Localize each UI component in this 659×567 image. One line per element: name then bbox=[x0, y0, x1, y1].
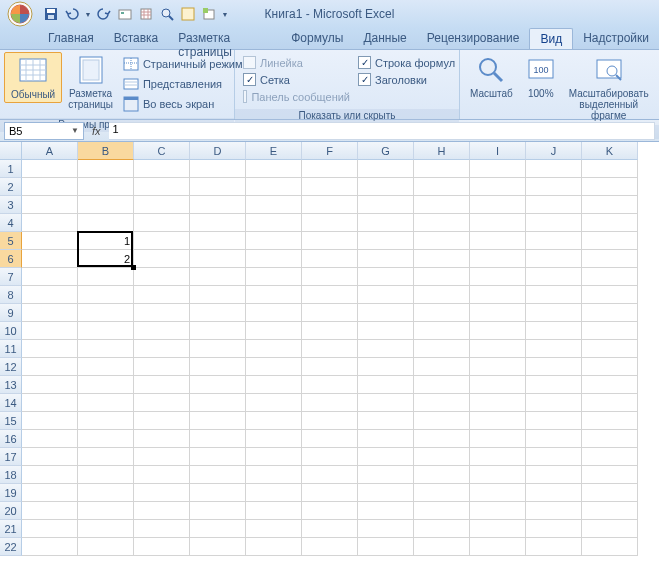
cell[interactable] bbox=[22, 394, 78, 412]
cell[interactable] bbox=[470, 304, 526, 322]
cell[interactable] bbox=[414, 430, 470, 448]
cell[interactable] bbox=[302, 322, 358, 340]
cell[interactable] bbox=[582, 214, 638, 232]
cell[interactable] bbox=[246, 412, 302, 430]
cell[interactable] bbox=[22, 430, 78, 448]
cell[interactable] bbox=[358, 268, 414, 286]
cell[interactable] bbox=[302, 448, 358, 466]
cell[interactable] bbox=[302, 232, 358, 250]
cell[interactable] bbox=[78, 322, 134, 340]
cell[interactable] bbox=[22, 538, 78, 556]
row-header[interactable]: 5 bbox=[0, 232, 22, 250]
cell[interactable] bbox=[470, 412, 526, 430]
cell[interactable] bbox=[526, 196, 582, 214]
cell[interactable] bbox=[78, 520, 134, 538]
cell[interactable] bbox=[526, 286, 582, 304]
cell[interactable] bbox=[246, 466, 302, 484]
row-header[interactable]: 10 bbox=[0, 322, 22, 340]
cell[interactable] bbox=[302, 394, 358, 412]
cell[interactable] bbox=[134, 286, 190, 304]
cell[interactable] bbox=[22, 214, 78, 232]
cell[interactable] bbox=[302, 538, 358, 556]
cell[interactable] bbox=[526, 538, 582, 556]
cell[interactable] bbox=[582, 232, 638, 250]
cell[interactable] bbox=[526, 250, 582, 268]
cell[interactable] bbox=[190, 340, 246, 358]
cell[interactable] bbox=[246, 448, 302, 466]
formula-bar-checkbox[interactable]: ✓ Строка формул bbox=[356, 55, 457, 70]
cell[interactable] bbox=[190, 484, 246, 502]
cell[interactable] bbox=[414, 484, 470, 502]
row-header[interactable]: 4 bbox=[0, 214, 22, 232]
message-bar-checkbox[interactable]: Панель сообщений bbox=[241, 89, 352, 104]
cell[interactable] bbox=[582, 502, 638, 520]
cell[interactable] bbox=[358, 466, 414, 484]
fill-handle[interactable] bbox=[131, 265, 136, 270]
cell[interactable] bbox=[526, 412, 582, 430]
tab-home[interactable]: Главная bbox=[38, 28, 104, 49]
cell[interactable] bbox=[190, 322, 246, 340]
cell[interactable] bbox=[526, 358, 582, 376]
cell[interactable] bbox=[22, 268, 78, 286]
cell[interactable] bbox=[358, 484, 414, 502]
cell[interactable] bbox=[22, 502, 78, 520]
qat-dropdown-icon[interactable]: ▼ bbox=[84, 5, 92, 23]
cell[interactable] bbox=[414, 250, 470, 268]
cell[interactable] bbox=[358, 448, 414, 466]
cell[interactable] bbox=[470, 214, 526, 232]
chevron-down-icon[interactable]: ▼ bbox=[71, 126, 79, 135]
cell[interactable] bbox=[22, 178, 78, 196]
select-all-corner[interactable] bbox=[0, 142, 22, 160]
cell[interactable] bbox=[78, 160, 134, 178]
cell[interactable] bbox=[358, 286, 414, 304]
cell[interactable] bbox=[190, 466, 246, 484]
cell[interactable] bbox=[190, 376, 246, 394]
row-header[interactable]: 14 bbox=[0, 394, 22, 412]
cell[interactable] bbox=[22, 340, 78, 358]
cell[interactable] bbox=[470, 430, 526, 448]
qat-customize-icon[interactable]: ▼ bbox=[221, 5, 229, 23]
cell[interactable] bbox=[358, 232, 414, 250]
tab-formulas[interactable]: Формулы bbox=[281, 28, 353, 49]
cell[interactable] bbox=[414, 214, 470, 232]
tab-page-layout[interactable]: Разметка страницы bbox=[168, 28, 281, 49]
cell[interactable] bbox=[470, 520, 526, 538]
cell[interactable] bbox=[134, 484, 190, 502]
cell[interactable] bbox=[190, 448, 246, 466]
cell[interactable] bbox=[526, 160, 582, 178]
spreadsheet-grid[interactable]: ABCDEFGHIJK 1234567891011121314151617181… bbox=[0, 142, 659, 567]
cell[interactable] bbox=[358, 214, 414, 232]
cell[interactable] bbox=[190, 250, 246, 268]
column-header[interactable]: F bbox=[302, 142, 358, 160]
cell[interactable] bbox=[414, 196, 470, 214]
cell[interactable] bbox=[358, 340, 414, 358]
row-header[interactable]: 9 bbox=[0, 304, 22, 322]
cell[interactable] bbox=[358, 196, 414, 214]
name-box[interactable]: B5 ▼ bbox=[4, 122, 84, 140]
page-break-preview-button[interactable]: Страничный режим bbox=[121, 55, 245, 73]
cell[interactable] bbox=[22, 250, 78, 268]
cell[interactable] bbox=[414, 268, 470, 286]
cell[interactable] bbox=[22, 466, 78, 484]
cell[interactable] bbox=[190, 304, 246, 322]
cell[interactable]: 1 bbox=[78, 232, 134, 250]
cell[interactable] bbox=[414, 322, 470, 340]
row-header[interactable]: 19 bbox=[0, 484, 22, 502]
tab-insert[interactable]: Вставка bbox=[104, 28, 169, 49]
cell[interactable] bbox=[190, 160, 246, 178]
cell[interactable]: 2 bbox=[78, 250, 134, 268]
cell[interactable] bbox=[190, 538, 246, 556]
cell[interactable] bbox=[78, 448, 134, 466]
cell[interactable] bbox=[414, 340, 470, 358]
column-header[interactable]: B bbox=[78, 142, 134, 160]
cell[interactable] bbox=[246, 484, 302, 502]
row-header[interactable]: 17 bbox=[0, 448, 22, 466]
cell[interactable] bbox=[22, 358, 78, 376]
row-header[interactable]: 22 bbox=[0, 538, 22, 556]
cell[interactable] bbox=[526, 322, 582, 340]
cell[interactable] bbox=[582, 376, 638, 394]
cell[interactable] bbox=[246, 340, 302, 358]
cell[interactable] bbox=[414, 448, 470, 466]
cell[interactable] bbox=[302, 160, 358, 178]
cell[interactable] bbox=[302, 286, 358, 304]
